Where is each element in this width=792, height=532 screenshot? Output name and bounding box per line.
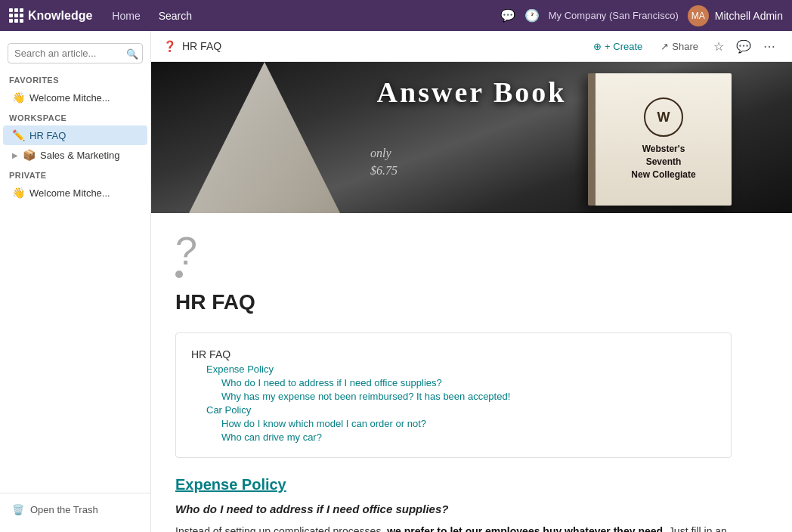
breadcrumb-icon: ❓ bbox=[163, 40, 176, 52]
book-visual: W Webster'sSeventhNew Collegiate bbox=[588, 73, 732, 206]
expense-policy-title[interactable]: Expense Policy bbox=[175, 476, 732, 493]
breadcrumb-bar: ❓ HR FAQ ⊕ + Create ↗ Share ☆ 💬 ⋯ bbox=[151, 31, 792, 62]
workspace-section-title: Workspace bbox=[0, 107, 150, 125]
company-selector[interactable]: My Company (San Francisco) bbox=[549, 10, 679, 21]
sidebar-item-label-welcome-1: Welcome Mitche... bbox=[29, 92, 138, 104]
search-input[interactable] bbox=[8, 43, 143, 63]
article-title: HR FAQ bbox=[175, 290, 732, 314]
sidebar-item-label-sales: Sales & Marketing bbox=[40, 150, 138, 161]
book-logo-circle: W bbox=[644, 97, 683, 137]
share-label: Share bbox=[672, 41, 698, 52]
open-trash-button[interactable]: 🗑️ Open the Trash bbox=[9, 500, 141, 520]
expense-text-before: Instead of setting up complicated proces… bbox=[175, 525, 387, 532]
app-logo[interactable]: Knowledge bbox=[9, 8, 92, 23]
clock-icon[interactable]: 🕐 bbox=[524, 8, 540, 23]
expand-icon: ▶ bbox=[12, 151, 18, 159]
sidebar: 🔍 Favorites 👋 Welcome Mitche... Workspac… bbox=[0, 31, 151, 532]
book-logo-letter: W bbox=[657, 110, 670, 125]
share-icon: ↗ bbox=[661, 41, 669, 52]
article-content: ? HR FAQ HR FAQ Expense Policy Who do I … bbox=[151, 213, 756, 532]
price-label: only$6.75 bbox=[370, 145, 398, 179]
expense-text: Instead of setting up complicated proces… bbox=[175, 523, 732, 532]
share-button[interactable]: ↗ Share bbox=[653, 38, 706, 55]
create-button[interactable]: ⊕ + Create bbox=[586, 38, 650, 55]
wave-icon-1: 👋 bbox=[12, 91, 25, 104]
sidebar-search-container: 🔍 bbox=[0, 37, 150, 70]
toc-drive-car[interactable]: Who can drive my car? bbox=[221, 431, 716, 443]
sidebar-item-label-welcome-2: Welcome Mitche... bbox=[29, 187, 138, 199]
top-nav-icons: 💬 🕐 My Company (San Francisco) MA Mitche… bbox=[500, 5, 783, 26]
expense-text-bold: we prefer to let our employees buy whate… bbox=[387, 525, 663, 532]
more-button[interactable]: ⋯ bbox=[759, 36, 780, 57]
toc-l1: HR FAQ bbox=[191, 348, 716, 360]
toc-expense-policy[interactable]: Expense Policy bbox=[206, 363, 716, 375]
top-navigation: Knowledge Home Search 💬 🕐 My Company (Sa… bbox=[0, 0, 792, 31]
sidebar-item-label-hrfaq: HR FAQ bbox=[29, 130, 138, 141]
toc-office-supplies[interactable]: Who do I need to address if I need offic… bbox=[221, 377, 716, 388]
toc-car-policy[interactable]: Car Policy bbox=[206, 404, 716, 416]
favorite-button[interactable]: ☆ bbox=[709, 36, 729, 57]
content-area: ❓ HR FAQ ⊕ + Create ↗ Share ☆ 💬 ⋯ bbox=[151, 31, 792, 532]
wave-icon-2: 👋 bbox=[12, 187, 25, 199]
sidebar-bottom: 🗑️ Open the Trash bbox=[0, 493, 150, 526]
user-menu[interactable]: MA Mitchell Admin bbox=[688, 5, 783, 26]
sidebar-item-welcome-2[interactable]: 👋 Welcome Mitche... bbox=[3, 183, 147, 203]
nav-search[interactable]: Search bbox=[151, 7, 200, 25]
trash-label: Open the Trash bbox=[30, 504, 98, 515]
sidebar-item-hrfaq[interactable]: ✏️ HR FAQ bbox=[3, 125, 147, 145]
toc-reimbursed[interactable]: Why has my expense not been reimbursed? … bbox=[221, 391, 716, 402]
breadcrumb-left: ❓ HR FAQ bbox=[163, 40, 221, 52]
hero-image: Answer Book W Webster'sSeventhNew Colleg… bbox=[151, 62, 792, 213]
sidebar-item-sales[interactable]: ▶ 📦 Sales & Marketing bbox=[3, 145, 147, 165]
expense-subtitle: Who do I need to address if I need offic… bbox=[175, 503, 732, 515]
toc-car-model[interactable]: How do I know which model I can order or… bbox=[221, 418, 716, 429]
comment-button[interactable]: 💬 bbox=[732, 36, 756, 57]
app-brand: Knowledge bbox=[28, 9, 92, 23]
avatar: MA bbox=[688, 5, 709, 26]
private-section-title: Private bbox=[0, 165, 150, 183]
box-icon: 📦 bbox=[23, 149, 36, 161]
pencil-icon: ✏️ bbox=[12, 129, 25, 141]
breadcrumb-actions: ⊕ + Create ↗ Share ☆ 💬 ⋯ bbox=[586, 36, 780, 57]
username: Mitchell Admin bbox=[715, 10, 783, 22]
breadcrumb-text: HR FAQ bbox=[182, 40, 221, 52]
search-icon[interactable]: 🔍 bbox=[126, 48, 138, 59]
trash-icon: 🗑️ bbox=[12, 504, 24, 515]
top-nav-links: Home Search bbox=[104, 7, 200, 25]
toc-box: HR FAQ Expense Policy Who do I need to a… bbox=[175, 332, 732, 458]
chat-icon[interactable]: 💬 bbox=[500, 8, 515, 23]
nav-home[interactable]: Home bbox=[104, 7, 147, 25]
sidebar-item-welcome-1[interactable]: 👋 Welcome Mitche... bbox=[3, 88, 147, 107]
create-icon: ⊕ bbox=[593, 41, 602, 52]
question-mark-icon: ? bbox=[175, 231, 732, 271]
book-title-text: Webster'sSeventhNew Collegiate bbox=[631, 143, 695, 181]
favorites-section-title: Favorites bbox=[0, 70, 150, 88]
create-label: + Create bbox=[605, 41, 642, 52]
grid-icon bbox=[9, 8, 23, 23]
